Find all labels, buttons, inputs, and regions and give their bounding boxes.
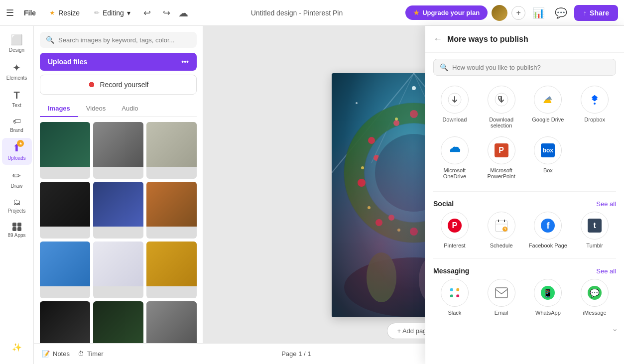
sidebar-item-draw[interactable]: ✏ Draw [2,166,32,193]
publish-option-onedrive[interactable]: Microsoft OneDrive [433,136,476,179]
list-item[interactable] [93,122,143,179]
pencil-icon: ✏ [94,9,100,16]
share-button[interactable]: ↑ Share [574,5,618,21]
google-drive-label: Google Drive [532,117,564,122]
messaging-section-title: Messaging [433,267,469,275]
whatsapp-icon-circle: 📱 [534,279,562,307]
list-item[interactable] [146,182,197,239]
share-icon: ↑ [583,9,587,17]
share-label: Share [590,9,609,17]
publish-option-schedule[interactable]: Schedule [480,212,523,248]
svg-rect-51 [496,288,507,298]
scroll-indicator: ⌄ [425,322,624,335]
publish-back-button[interactable]: ← [433,34,442,44]
sidebar-item-uploads[interactable]: ⬆ ★ Uploads [2,138,32,165]
analytics-icon[interactable]: 📊 [529,5,548,21]
upload-files-button[interactable]: Upload files ••• [40,53,197,71]
empty-cell [573,136,616,179]
sidebar-item-apps-label: 89 Apps [7,233,25,238]
upgrade-button[interactable]: ★ Upgrade your plan [405,5,488,20]
publish-search-input[interactable] [452,64,610,71]
resize-button[interactable]: ★ Resize [44,6,85,19]
tab-audio[interactable]: Audio [114,101,146,117]
image-grid [40,122,197,359]
publish-option-download-selection[interactable]: Download selection [480,86,523,128]
search-input[interactable] [58,36,191,44]
tumblr-icon-circle: t [581,212,609,240]
file-menu[interactable]: File [20,7,40,19]
menu-icon[interactable]: ☰ [6,7,14,18]
editing-menu[interactable]: ✏ Editing ▾ [89,7,135,19]
undo-button[interactable]: ↩ [139,5,155,20]
upgrade-crown-icon: ★ [413,9,419,16]
record-yourself-button[interactable]: ⏺ Record yourself [40,75,197,95]
add-account-button[interactable]: + [511,6,525,20]
page-indicator: Page 1 / 1 [281,350,311,358]
user-avatar[interactable] [492,5,507,21]
list-item[interactable] [93,182,143,239]
magic-icon: ✨ [12,343,22,352]
publish-option-tumblr[interactable]: t Tumblr [573,212,616,248]
publish-option-imessage[interactable]: 💬 iMessage [573,279,616,316]
tumblr-label: Tumblr [586,243,603,248]
publish-option-facebook[interactable]: f Facebook Page [527,212,570,248]
svg-point-14 [368,137,375,144]
svg-point-23 [367,252,396,302]
social-section-header: Social See all [425,196,624,210]
list-item[interactable] [93,242,143,298]
publish-option-dropbox[interactable]: Dropbox [573,86,616,128]
search-bar[interactable]: 🔍 [40,32,197,48]
redo-button[interactable]: ↪ [159,5,174,20]
social-options-grid: P Pinterest [425,210,624,254]
timer-button[interactable]: ⏱ Timer [78,350,104,358]
download-selection-label: Download selection [480,117,523,128]
comments-icon[interactable]: 💬 [552,5,570,21]
publish-option-box[interactable]: box Box [527,136,570,179]
elements-icon: ✦ [12,62,21,74]
publish-option-download[interactable]: Download [433,86,476,128]
messaging-see-all-button[interactable]: See all [596,267,616,275]
publish-search-bar[interactable]: 🔍 [433,59,616,76]
cloud-save-icon[interactable]: ☁ [178,7,188,19]
sidebar-item-elements[interactable]: ✦ Elements [2,58,32,85]
publish-option-powerpoint[interactable]: P Microsoft PowerPoint [480,136,523,179]
tab-images[interactable]: Images [40,101,78,117]
topbar: ☰ File ★ Resize ✏ Editing ▾ ↩ ↪ ☁ Untitl… [0,0,624,26]
list-item[interactable] [40,122,90,179]
tab-videos[interactable]: Videos [78,101,114,117]
svg-rect-47 [450,288,453,291]
sidebar-item-projects[interactable]: 🗂 Projects [2,194,32,218]
timer-icon: ⏱ [78,350,84,358]
download-label: Download [442,117,467,122]
list-item[interactable] [40,242,90,298]
storage-options-grid: Download Download selection [425,82,624,136]
record-label: Record yourself [100,81,148,89]
publish-option-google-drive[interactable]: Google Drive [527,86,570,128]
publish-option-slack[interactable]: Slack [433,279,476,316]
resize-label: Resize [58,9,80,17]
publish-option-email[interactable]: Email [480,279,523,316]
social-see-all-button[interactable]: See all [596,200,616,208]
sidebar-item-apps[interactable]: 89 Apps [2,219,32,242]
sidebar-item-brand[interactable]: 🏷 Brand [2,113,32,137]
list-item[interactable] [40,182,90,239]
download-selection-icon-circle [488,86,515,114]
document-title: Untitled design - Pinterest Pin [192,9,401,17]
timer-label: Timer [87,350,104,358]
sidebar-item-text[interactable]: T Text [2,86,32,112]
svg-rect-49 [456,288,459,291]
list-item[interactable] [146,242,197,298]
list-item[interactable] [146,122,197,179]
svg-point-19 [374,155,379,161]
notes-button[interactable]: 📝 Notes [42,350,70,358]
sidebar-item-design[interactable]: ⬜ Design [2,30,32,57]
publish-option-whatsapp[interactable]: 📱 WhatsApp [527,279,570,316]
divider-1 [433,191,616,192]
draw-icon: ✏ [12,170,21,182]
editing-label: Editing [103,9,124,17]
uploads-badge: ★ [17,140,24,147]
sidebar-item-magic[interactable]: ✨ [2,339,32,356]
publish-option-pinterest[interactable]: P Pinterest [433,212,476,248]
svg-point-28 [395,118,398,121]
publish-panel: ← More ways to publish 🔍 Download Downl [425,26,624,364]
